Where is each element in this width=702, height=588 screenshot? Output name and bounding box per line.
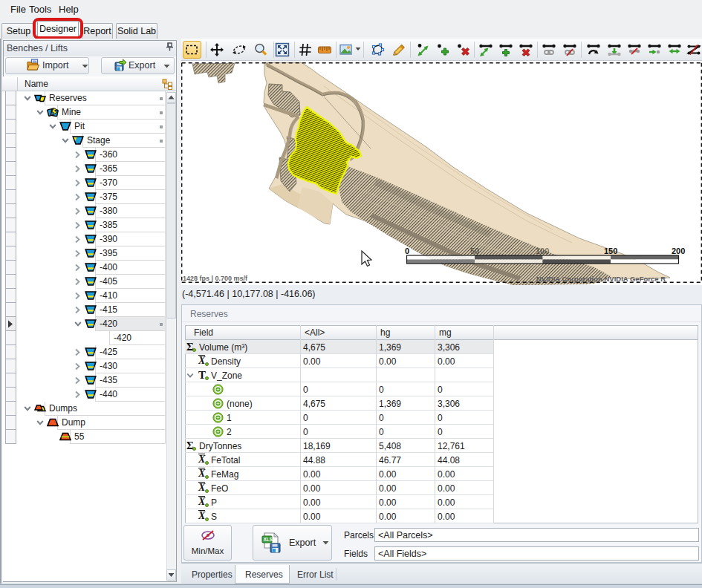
svg-text:1428 fps | 0.700 ms/f: 1428 fps | 0.700 ms/f — [183, 275, 248, 282]
svg-text:100: 100 — [536, 246, 549, 255]
svg-text:NVIDIA Corporation NVIDIA GeFo: NVIDIA Corporation NVIDIA GeForce R — [536, 275, 666, 283]
svg-text:50: 50 — [470, 246, 479, 255]
svg-text:0: 0 — [405, 246, 409, 255]
svg-text:200: 200 — [672, 246, 685, 255]
svg-text:XLS: XLS — [264, 537, 273, 542]
svg-text:150: 150 — [604, 246, 617, 255]
